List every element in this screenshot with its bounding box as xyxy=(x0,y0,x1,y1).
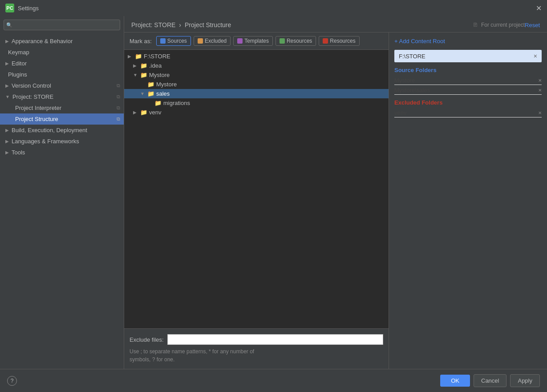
main-header: Project: STORE › Project Structure 🖹 For… xyxy=(124,16,547,32)
breadcrumb-separator: › xyxy=(179,21,181,28)
folder-icon: 📁 xyxy=(140,109,147,116)
copy-icon: ⧉ xyxy=(117,94,120,100)
folder-icon: 📁 xyxy=(140,72,147,78)
exclude-label: Exclude files: xyxy=(130,336,164,343)
sidebar: 🔍 ▶ Appearance & Behavior Keymap ▶ Edito… xyxy=(0,16,124,369)
remove-source-button[interactable]: × xyxy=(538,87,542,93)
arrow-icon: ▶ xyxy=(5,83,9,88)
apply-button[interactable]: Apply xyxy=(510,374,540,387)
folder-icon: 📁 xyxy=(147,90,154,97)
sidebar-item-version-control[interactable]: ▶ Version Control ⧉ xyxy=(0,80,124,91)
sidebar-item-appearance[interactable]: ▶ Appearance & Behavior xyxy=(0,36,124,47)
sidebar-item-plugins[interactable]: Plugins xyxy=(0,69,124,80)
arrow-icon: ▶ xyxy=(5,61,9,66)
tree-item-idea[interactable]: ▶ 📁 .idea xyxy=(124,61,389,70)
nav-tree: ▶ Appearance & Behavior Keymap ▶ Editor … xyxy=(0,34,124,369)
source-item-sales: Mystore\sales × xyxy=(394,86,542,95)
excluded-item-name: venv xyxy=(394,109,536,116)
file-panel: Mark as: Sources Excluded Templates xyxy=(124,32,389,369)
search-icon: 🔍 xyxy=(6,22,12,28)
folder-icon: 📁 xyxy=(135,53,142,60)
copy-icon: ⧉ xyxy=(117,83,120,89)
sidebar-item-project-structure[interactable]: Project Structure ⧉ xyxy=(0,113,124,125)
folder-icon: 📁 xyxy=(140,62,147,69)
main-panel: Project: STORE › Project Structure 🖹 For… xyxy=(124,16,547,369)
add-content-root-button[interactable]: + Add Content Root xyxy=(394,38,542,44)
source-folders-title: Source Folders xyxy=(394,67,542,73)
right-panel: + Add Content Root F:\STORE × Source Fol… xyxy=(389,32,547,369)
tree-item-mystore-parent[interactable]: ▼ 📁 Mystore xyxy=(124,70,389,80)
excluded-color-dot xyxy=(198,38,203,44)
remove-excluded-button[interactable]: × xyxy=(538,109,542,116)
sidebar-item-tools[interactable]: ▶ Tools xyxy=(0,147,124,158)
ok-button[interactable]: OK xyxy=(440,375,470,387)
tree-arrow: ▶ xyxy=(133,63,138,68)
mark-excluded-button[interactable]: Excluded xyxy=(194,36,231,46)
search-box[interactable]: 🔍 xyxy=(4,20,120,30)
exclude-row: Exclude files: xyxy=(130,334,383,345)
tree-arrow: ▼ xyxy=(140,91,146,96)
file-tree: ▶ 📁 F:\STORE ▶ 📁 .idea ▼ xyxy=(124,50,389,328)
arrow-icon: ▶ xyxy=(5,150,9,155)
folder-icon: 📁 xyxy=(147,81,154,88)
sidebar-item-keymap[interactable]: Keymap xyxy=(0,47,124,58)
mark-templates-button[interactable]: Templates xyxy=(233,36,273,46)
sidebar-item-label: Project: STORE xyxy=(12,93,53,100)
sidebar-item-project-store[interactable]: ▼ Project: STORE ⧉ xyxy=(0,91,124,102)
tree-item-venv[interactable]: ▶ 📁 venv xyxy=(124,108,389,117)
exclude-bar: Exclude files: Use ; to separate name pa… xyxy=(124,328,389,369)
arrow-icon: ▶ xyxy=(5,139,9,144)
tree-item-fstore[interactable]: ▶ 📁 F:\STORE xyxy=(124,52,389,61)
tree-arrow: ▼ xyxy=(133,73,138,77)
search-input[interactable] xyxy=(4,20,120,30)
exclude-hint: Use ; to separate name patterns, * for a… xyxy=(130,348,383,364)
sidebar-item-project-interpreter[interactable]: Project Interpreter ⧉ xyxy=(0,102,124,113)
remove-source-button[interactable]: × xyxy=(538,77,542,84)
breadcrumb: Project: STORE › Project Structure xyxy=(131,21,466,28)
tree-arrow: ▶ xyxy=(133,110,138,115)
bottom-bar: ? OK Cancel Apply xyxy=(0,369,547,392)
sources-color-dot xyxy=(160,38,166,44)
mark-test-resources-button[interactable]: Resources xyxy=(319,36,359,46)
copy-icon: ⧉ xyxy=(117,116,120,122)
resources-color-dot xyxy=(280,38,285,44)
bottom-buttons: OK Cancel Apply xyxy=(440,374,540,387)
sidebar-item-languages[interactable]: ▶ Languages & Frameworks xyxy=(0,136,124,147)
sidebar-item-label: Plugins xyxy=(8,71,27,78)
mark-sources-button[interactable]: Sources xyxy=(156,36,191,46)
folder-icon: 📁 xyxy=(154,100,162,106)
arrow-icon: ▼ xyxy=(5,94,10,99)
remove-content-root-button[interactable]: × xyxy=(534,53,537,60)
sidebar-item-build[interactable]: ▶ Build, Execution, Deployment xyxy=(0,125,124,136)
excluded-folders-title: Excluded Folders xyxy=(394,99,542,106)
arrow-icon: ▶ xyxy=(5,39,9,44)
content-root-item: F:\STORE × xyxy=(394,50,542,62)
sidebar-item-label: Keymap xyxy=(8,49,29,56)
page-title: Project Structure xyxy=(185,21,231,28)
mark-as-bar: Mark as: Sources Excluded Templates xyxy=(124,32,389,50)
templates-color-dot xyxy=(237,38,243,44)
content-root-name: F:\STORE xyxy=(399,53,425,60)
help-button[interactable]: ? xyxy=(7,376,17,386)
sidebar-item-label: Project Interpreter xyxy=(15,105,61,111)
reset-button[interactable]: Reset xyxy=(525,22,540,28)
title-bar: PC Settings ✕ xyxy=(0,0,547,16)
sidebar-item-label: Languages & Frameworks xyxy=(12,138,79,145)
for-current-label: 🖹 For current project xyxy=(473,22,525,28)
close-button[interactable]: ✕ xyxy=(536,4,542,12)
sidebar-item-editor[interactable]: ▶ Editor xyxy=(0,58,124,69)
mark-as-label: Mark as: xyxy=(130,38,152,44)
source-folders-list: Mystore × Mystore\sales × xyxy=(394,76,542,95)
test-resources-color-dot xyxy=(323,38,328,44)
project-label: Project: STORE xyxy=(131,21,175,28)
tree-item-mystore-child[interactable]: 📁 Mystore xyxy=(124,80,389,89)
mark-resources-button[interactable]: Resources xyxy=(276,36,316,46)
sidebar-item-label: Build, Execution, Deployment xyxy=(12,127,87,133)
cancel-button[interactable]: Cancel xyxy=(474,374,506,387)
tree-arrow: ▶ xyxy=(128,54,133,59)
exclude-input[interactable] xyxy=(167,334,383,345)
source-item-name: Mystore\sales xyxy=(394,87,536,93)
tree-item-sales[interactable]: ▼ 📁 sales xyxy=(124,89,389,98)
sidebar-item-label: Version Control xyxy=(12,82,51,89)
tree-item-migrations[interactable]: 📁 migrations xyxy=(124,98,389,108)
